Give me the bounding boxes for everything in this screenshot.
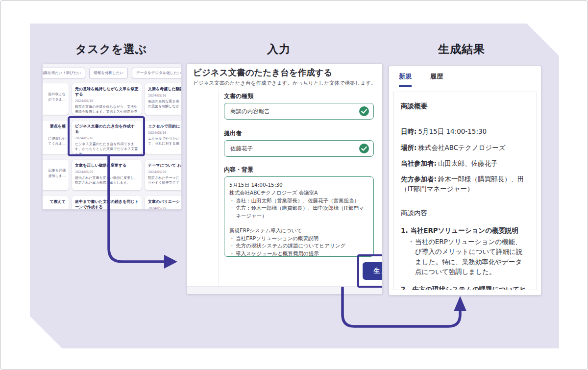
filter-chip[interactable]: データをデジタル化したい [132,68,182,78]
task-card[interactable]: 文脈を考慮した翻訳2024/05/16単語の単純な置き換 の意図を理解しなが [145,83,182,115]
task-card[interactable]: エクセルで目的に2024/05/16エクセルでやりたい て、それに対する最 [145,121,182,154]
task-card-description: エクセルでやりたい て、それに対する最 [148,136,182,147]
submitter-value: 佐藤花子 [230,145,253,152]
result-key-value: 当社参加者:山田太郎、佐藤花子 [401,158,532,168]
result-key: 日時: [401,127,416,135]
task-card-date: 2024/05/16 [148,94,182,98]
selected-task-highlight-box [68,116,145,156]
result-key: 当社参加者: [401,159,437,167]
task-card-description: 提供された文章を正しい敬語に変更し、指定された出力形式で出力します。 [75,175,139,186]
result-numbered-item: 2．先方の現状システムの課題についてヒ [401,284,532,290]
task-card-title: 途中まで書いた文章の続きを同じトーンで作成する [75,199,139,210]
result-key-value: 日時:5月15日 14:00-15:30 [401,126,532,136]
result-value: 5月15日 14:00-15:30 [418,127,487,135]
bullet-dot: ・ [229,242,236,250]
filter-chip[interactable]: 情報を分析したい [89,68,128,78]
task-card[interactable]: 要点を整に把握しや てくれま… [42,121,69,154]
check-icon [359,144,369,153]
bullet-dot: ・ [229,250,236,257]
textarea-line: 新規ERPシステム導入について [229,227,368,235]
textarea-line: 導入スケジュールと概算費用の提示 [236,250,319,257]
task-card-title: テーマについて わ [148,163,182,169]
task-card[interactable]: 元の意味を維持しながら文章を修正する2024/05/16既存の文章の意味を保ちな… [72,83,142,115]
textarea-line: 当社：山田太郎（営業部長）、佐藤花子（営業担当） [236,197,359,205]
filter-chip[interactable]: 知識を得たい / 学びたい [42,68,85,78]
task-card[interactable]: 途中まで書いた文章の続きを同じトーンで作成する [72,196,142,210]
task-card-title: 文脈を考慮した翻訳 [148,87,182,92]
task-card[interactable]: 題の板とな ができま… [42,83,69,115]
bullet-dot: ・ [408,237,415,276]
result-section-heading: 商談概要 [401,101,532,111]
task-card-date: 2024/05/16 [148,131,182,135]
task-card-description: 指定されたテーマに りやすく順序立てて [148,175,182,186]
bullet-dot: ・ [229,235,236,243]
generate-button[interactable]: 生成 [363,262,383,280]
task-card-title: 文章を正しい敬語に変更する [75,163,139,169]
form-subtitle: ビジネス文書のたたき台を作成できます。かっちりとした文体で構築します。 [193,80,376,87]
task-card[interactable]: 文章を正しい敬語に変更する2024/05/29提供された文章を正しい敬語に変更し… [72,160,142,190]
textarea-line: 当社ERPソリューションの概要説明 [236,235,318,243]
task-card-description: 既存の文章の意味を保ちながら、文法や表現を改善します。文法ミスや誤用を見つ… [75,104,139,115]
textarea-line: 先方：鈴木一郎様（購買部長）、田中次郎様（IT部門マネージャー） [236,204,368,220]
task-card-title: て教えて [42,199,66,205]
task-card-date: 2024/05/16 [75,99,139,103]
tab-new[interactable]: 新規 [399,72,412,87]
result-key: 場所: [401,144,416,151]
task-card-description: に把握しや てくれま… [42,136,66,147]
form-title: ビジネス文書のたたき台を作成する [193,67,333,78]
task-card-description: 単語の単純な置き換 の意図を理解しなが [148,99,182,109]
task-card-title: エクセルで目的に [148,124,182,129]
result-value: 株式会社ABCテクノロジーズ [418,144,505,151]
form-divider-line [218,90,219,287]
result-numbered-item: 1. 当社ERPソリューションの概要説明 [401,225,532,235]
task-card[interactable]: 記事を評価 提供しま… [42,160,69,190]
bullet-dot: ・ [229,204,236,220]
textarea-line: 株式会社ABCテクノロジーズ 会議室A [229,189,368,197]
task-card-title: 元の意味を維持しながら文章を修正する [75,87,139,98]
check-icon [359,106,369,116]
tab-divider [389,86,541,86]
tab-history[interactable]: 履歴 [430,72,443,87]
step-header-choose-task: タスクを選ぶ [52,42,170,57]
task-card-description: 題の板とな ができま… [42,92,66,102]
content-background-label: 内容・背景 [224,166,253,174]
submitter-label: 提出者 [224,129,242,138]
task-card[interactable]: テーマについて わ2024/05/29指定されたテーマに りやすく順序立てて [145,160,182,190]
textarea-line: 5月15日 14:00-15:30 [229,181,368,189]
page-canvas: タスクを選ぶ 入力 生成結果 知識を得たい / 学びたい情報を分析したいデータを… [0,0,588,370]
content-background-textarea[interactable]: 5月15日 14:00-15:30株式会社ABCテクノロジーズ 会議室A・当社：… [224,176,374,257]
textarea-line: 先方の現状システムの課題についてヒアリング [236,242,345,250]
result-value: 山田太郎、佐藤花子 [438,159,498,167]
result-panel: 新規履歴 商談概要日時:5月15日 14:00-15:30場所:株式会社ABCテ… [389,66,541,296]
result-bullet-item: ・当社のERPソリューションの機能、 び導入のメリットについて詳細に説 ました。… [401,237,532,276]
result-bullet-text: 当社のERPソリューションの機能、 び導入のメリットについて詳細に説 ました。特… [415,237,522,276]
generate-highlight-box: 生成 [357,254,383,288]
form-footer-strip [187,286,382,294]
submitter-input[interactable]: 佐藤花子 [224,140,374,157]
document-type-label: 文書の種類 [224,92,253,100]
input-form-panel: ビジネス文書のたたき台を作成する ビジネス文書のたたき台を作成できます。かっちり… [187,63,383,295]
task-card-description: 記事を評価 提供しま… [42,168,66,178]
task-card-date: 2024/05/29 [148,170,182,174]
result-tab-bar: 新規履歴 [399,72,443,87]
task-card-title: 文章のバリエーシ [148,199,182,205]
bullet-dot: ・ [229,197,236,205]
task-card[interactable]: 文章のバリエーシ2024/05/29 [145,196,182,210]
step-header-result: 生成結果 [413,42,511,57]
task-card[interactable]: て教えて [42,196,69,210]
result-key-value: 先方参加者:鈴木一郎様（購買部長）、田 （IT部門マネージャー） [401,174,532,194]
task-card-title: 要点を整 [42,124,66,129]
step-header-input: 入力 [230,42,328,57]
task-card-date: 2024/05/29 [148,206,182,210]
result-key-value: 場所:株式会社ABCテクノロジーズ [401,143,532,152]
document-type-value: 商談の内容報告 [230,108,270,115]
result-section-heading: 商談内容 [401,208,532,218]
result-content-box: 商談概要日時:5月15日 14:00-15:30場所:株式会社ABCテクノロジー… [393,92,537,290]
document-type-input[interactable]: 商談の内容報告 [224,103,374,120]
filter-chip-row: 知識を得たい / 学びたい情報を分析したいデータをデジタル化したい [42,68,182,78]
task-card-date: 2024/05/29 [75,170,139,174]
result-key: 先方参加者: [401,175,437,183]
